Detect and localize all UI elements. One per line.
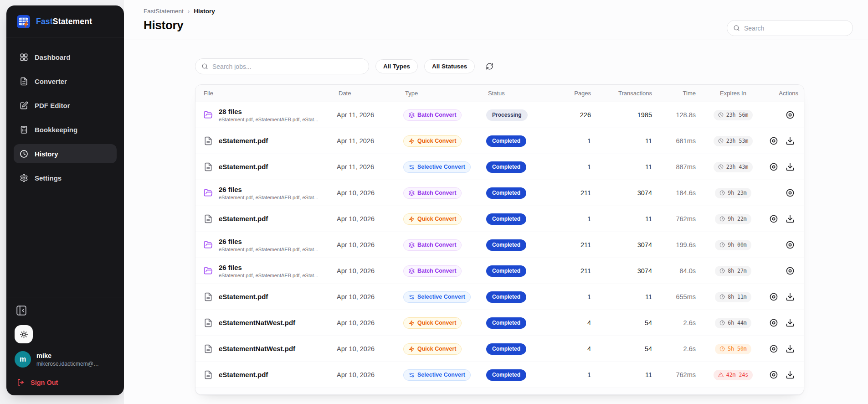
date-cell: Apr 10, 2026 (337, 293, 403, 300)
theme-toggle-button[interactable] (15, 325, 33, 343)
type-cell: Quick Convert (403, 135, 486, 147)
status-badge: Completed (486, 291, 526, 303)
sidebar-item-history[interactable]: History (14, 144, 117, 163)
expires-label: 23h 56m (726, 112, 748, 118)
sidebar-item-bookkeeping[interactable]: Bookkeeping (14, 120, 117, 139)
expires-label: 23h 43m (726, 164, 748, 170)
type-filter-button[interactable]: All Types (375, 59, 418, 73)
download-icon (786, 318, 795, 327)
sidebar-item-converter[interactable]: Converter (14, 72, 117, 91)
table-header: FileDateTypeStatusPagesTransactionsTimeE… (195, 85, 804, 102)
file-name: eStatement.pdf (219, 163, 268, 171)
expires-badge: 5h 50m (715, 344, 751, 354)
type-label: Batch Convert (417, 190, 456, 196)
sign-out-button[interactable]: Sign Out (15, 378, 116, 386)
content: All Types All Statuses FileDateTypeStatu… (124, 40, 868, 395)
expires-label: 5h 50m (728, 346, 747, 352)
view-button[interactable] (769, 370, 778, 379)
user-profile[interactable]: m mike mikerose.idacticmem@… (15, 351, 116, 368)
folder-icon (204, 266, 213, 275)
sidebar-item-pdf-editor[interactable]: PDF Editor (14, 96, 117, 115)
sidebar-bottom: m mike mikerose.idacticmem@… Sign Out (14, 297, 117, 386)
actions-cell (765, 240, 804, 249)
expires-cell: 9h 22m (701, 214, 765, 224)
refresh-button[interactable] (482, 59, 497, 74)
transactions-cell: 3074 (596, 267, 657, 275)
pages-cell: 211 (557, 189, 596, 197)
download-button[interactable] (786, 344, 795, 353)
type-cell: Batch Convert (403, 187, 486, 199)
table-row: 26 files eStatement.pdf, eStatementAEB.p… (195, 180, 804, 206)
table-row: eStatement.pdf Apr 10, 2026 Quick Conver… (195, 206, 804, 232)
expires-badge: 23h 56m (714, 110, 753, 120)
file-icon (204, 292, 213, 301)
view-button[interactable] (769, 344, 778, 353)
download-button[interactable] (786, 318, 795, 327)
sidebar-item-label: History (35, 150, 58, 158)
table-row: eStatement.pdf Apr 10, 2026 Selective Co… (195, 362, 804, 388)
view-button[interactable] (769, 292, 778, 301)
status-badge: Completed (486, 213, 526, 225)
global-search-input[interactable] (744, 25, 847, 32)
column-header-type: Type (403, 90, 486, 97)
expires-badge: 9h 00m (715, 240, 751, 250)
sidebar-item-label: Converter (35, 78, 67, 85)
app-logo-icon (16, 15, 31, 29)
transactions-cell: 11 (596, 371, 657, 378)
sidebar-item-settings[interactable]: Settings (14, 168, 117, 187)
collapse-sidebar-button[interactable] (15, 305, 27, 316)
breadcrumb-root[interactable]: FastStatement (144, 8, 184, 15)
sun-icon (20, 330, 28, 339)
file-name: 26 files (219, 264, 318, 271)
file-name: 28 files (219, 108, 318, 115)
type-cell: Quick Convert (403, 343, 486, 355)
sidebar-item-dashboard[interactable]: Dashboard (14, 47, 117, 67)
status-cell: Completed (486, 135, 557, 147)
status-badge: Completed (486, 161, 526, 173)
pages-cell: 211 (557, 241, 596, 249)
date-cell: Apr 11, 2026 (337, 111, 403, 119)
avatar: m (15, 351, 31, 368)
view-button[interactable] (769, 136, 778, 145)
column-header-time: Time (657, 90, 701, 97)
bookkeeping-icon (20, 125, 28, 134)
view-button[interactable] (786, 110, 795, 119)
jobs-search-input[interactable] (212, 63, 363, 70)
clock-icon (719, 242, 725, 248)
download-icon (786, 162, 795, 171)
view-button[interactable] (769, 214, 778, 223)
zap-icon (409, 346, 415, 352)
file-sublist: eStatement.pdf, eStatementAEB.pdf, eStat… (219, 273, 318, 278)
type-label: Selective Convert (417, 372, 465, 378)
file-cell: eStatementNatWest.pdf (195, 344, 337, 353)
download-button[interactable] (786, 162, 795, 171)
file-name: 26 files (219, 186, 318, 193)
date-cell: Apr 10, 2026 (337, 241, 403, 249)
layers-icon (409, 112, 415, 118)
app-logo: FastStatement (14, 14, 117, 37)
view-button[interactable] (786, 266, 795, 275)
download-button[interactable] (786, 292, 795, 301)
pages-cell: 4 (557, 319, 596, 326)
type-badge: Quick Convert (403, 343, 462, 355)
view-button[interactable] (786, 240, 795, 249)
clock-icon (719, 320, 725, 326)
file-cell: 26 files eStatement.pdf, eStatementAEB.p… (195, 186, 337, 200)
download-button[interactable] (786, 136, 795, 145)
status-filter-button[interactable]: All Statuses (424, 59, 475, 73)
download-button[interactable] (786, 370, 795, 379)
view-button[interactable] (769, 318, 778, 327)
alert-icon (718, 372, 724, 378)
sidebar-nav: DashboardConverterPDF EditorBookkeepingH… (14, 47, 117, 187)
view-button[interactable] (786, 188, 795, 197)
actions-cell (765, 292, 804, 301)
eye-icon (769, 370, 778, 379)
file-cell: eStatement.pdf (195, 162, 337, 171)
view-button[interactable] (769, 162, 778, 171)
transactions-cell: 11 (596, 137, 657, 145)
file-name: eStatement.pdf (219, 137, 268, 145)
table-row: 26 files eStatement.pdf, eStatementAEB.p… (195, 232, 804, 258)
sliders-icon (409, 164, 415, 170)
folder-icon (204, 110, 213, 119)
download-button[interactable] (786, 214, 795, 223)
